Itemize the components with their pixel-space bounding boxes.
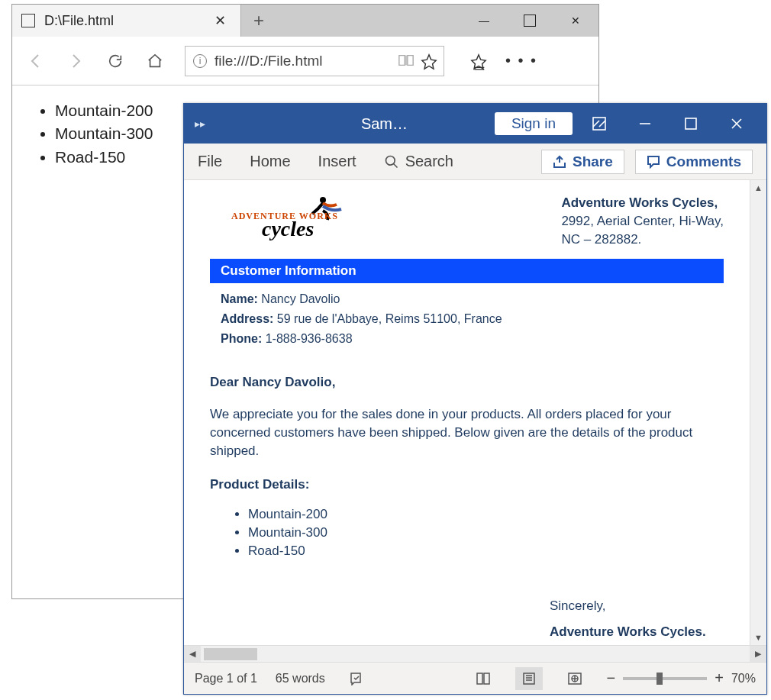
address-label: Address: bbox=[221, 312, 273, 325]
favorites-list-icon[interactable] bbox=[470, 53, 486, 69]
tab-home[interactable]: Home bbox=[250, 153, 290, 170]
close-window-button[interactable]: ✕ bbox=[553, 5, 598, 37]
horizontal-scrollbar[interactable]: ◀ ▶ bbox=[184, 645, 766, 662]
read-mode-button[interactable] bbox=[469, 667, 497, 690]
zoom-controls: − + 70% bbox=[607, 669, 756, 687]
ribbon-display-options-button[interactable] bbox=[580, 108, 618, 139]
scroll-up-button[interactable]: ▲ bbox=[750, 180, 766, 195]
product-item: Road-150 bbox=[248, 544, 724, 559]
company-addr-line: NC – 282882. bbox=[561, 231, 724, 249]
close-window-button[interactable] bbox=[718, 108, 756, 139]
document-page[interactable]: ADVENTURE WORKS cycles Adventure Works C… bbox=[184, 180, 750, 645]
salutation: Dear Nancy Davolio, bbox=[210, 373, 724, 392]
web-layout-button[interactable] bbox=[561, 667, 589, 690]
company-addr-line: 2992, Aerial Center, Hi-Way, bbox=[561, 212, 724, 231]
minimize-button[interactable] bbox=[626, 108, 664, 139]
site-info-icon[interactable]: i bbox=[193, 54, 207, 68]
close-tab-button[interactable]: ✕ bbox=[208, 9, 231, 32]
word-count[interactable]: 65 words bbox=[276, 672, 325, 685]
name-value: Nancy Davolio bbox=[261, 292, 340, 305]
refresh-button[interactable] bbox=[105, 51, 125, 71]
browser-titlebar: D:\File.html ✕ + — ✕ bbox=[12, 5, 598, 37]
customer-address-row: Address: 59 rue de l'Abbaye, Reims 51100… bbox=[221, 312, 724, 326]
share-label: Share bbox=[573, 153, 613, 170]
svg-rect-4 bbox=[524, 673, 534, 684]
letter-body: Dear Nancy Davolio, We appreciate you fo… bbox=[210, 373, 724, 640]
sign-in-button[interactable]: Sign in bbox=[495, 112, 573, 135]
name-label: Name: bbox=[221, 292, 258, 305]
new-tab-button[interactable]: + bbox=[241, 5, 276, 37]
scroll-right-button[interactable]: ▶ bbox=[750, 646, 766, 663]
customer-name-row: Name: Nancy Davolio bbox=[221, 292, 724, 306]
svg-point-2 bbox=[386, 156, 395, 165]
word-window: ▸▸ Sam… Sign in File Home Insert Search … bbox=[183, 103, 767, 695]
document-title: Sam… bbox=[282, 115, 487, 133]
back-button[interactable] bbox=[26, 51, 46, 71]
word-titlebar: ▸▸ Sam… Sign in bbox=[184, 104, 766, 144]
phone-label: Phone: bbox=[221, 332, 262, 345]
logo-text-bottom: cycles bbox=[262, 217, 314, 241]
window-controls: — ✕ bbox=[461, 5, 598, 37]
search-label: Search bbox=[405, 153, 453, 170]
svg-rect-0 bbox=[593, 118, 605, 130]
signature: Adventure Works Cycles. bbox=[550, 624, 724, 640]
share-button[interactable]: Share bbox=[541, 150, 624, 174]
word-body: ADVENTURE WORKS cycles Adventure Works C… bbox=[184, 180, 766, 645]
tab-title: D:\File.html bbox=[44, 13, 199, 29]
product-details-heading: Product Details: bbox=[210, 476, 724, 494]
scroll-track[interactable] bbox=[201, 648, 750, 660]
product-item: Mountain-200 bbox=[248, 507, 724, 522]
letterhead: ADVENTURE WORKS cycles Adventure Works C… bbox=[210, 194, 724, 248]
browser-toolbar: i file:///D:/File.html • • • bbox=[12, 37, 598, 85]
svg-point-3 bbox=[320, 197, 326, 203]
ribbon-bar: File Home Insert Search Share Comments bbox=[184, 144, 766, 180]
letter-paragraph: We appreciate you for the sales done in … bbox=[210, 405, 724, 460]
scroll-left-button[interactable]: ◀ bbox=[184, 646, 201, 663]
search-button[interactable]: Search bbox=[384, 153, 453, 170]
company-logo: ADVENTURE WORKS cycles bbox=[231, 194, 384, 243]
home-button[interactable] bbox=[145, 51, 165, 71]
page-icon bbox=[21, 14, 35, 27]
address-text: file:///D:/File.html bbox=[215, 53, 390, 69]
comments-button[interactable]: Comments bbox=[635, 150, 753, 174]
address-bar[interactable]: i file:///D:/File.html bbox=[185, 46, 444, 76]
closing-word: Sincerely, bbox=[550, 598, 724, 614]
spelling-status-icon[interactable] bbox=[344, 667, 371, 690]
customer-phone-row: Phone: 1-888-936-8638 bbox=[221, 332, 724, 346]
zoom-level[interactable]: 70% bbox=[731, 672, 756, 685]
favorite-icon[interactable] bbox=[421, 53, 436, 69]
forward-button[interactable] bbox=[66, 51, 85, 71]
minimize-button[interactable]: — bbox=[461, 5, 507, 37]
tab-file[interactable]: File bbox=[198, 153, 222, 170]
page-status[interactable]: Page 1 of 1 bbox=[195, 672, 257, 685]
more-actions-button[interactable]: • • • bbox=[505, 52, 537, 69]
vertical-scrollbar[interactable]: ▲ ▼ bbox=[750, 180, 766, 645]
scroll-thumb[interactable] bbox=[204, 648, 257, 660]
tab-insert[interactable]: Insert bbox=[318, 153, 356, 170]
company-address: Adventure Works Cycles, 2992, Aerial Cen… bbox=[561, 194, 724, 248]
maximize-button[interactable] bbox=[672, 108, 710, 139]
zoom-slider-thumb[interactable] bbox=[656, 673, 663, 685]
product-item: Mountain-300 bbox=[248, 525, 724, 540]
print-layout-button[interactable] bbox=[515, 667, 543, 690]
scroll-down-button[interactable]: ▼ bbox=[750, 630, 766, 645]
browser-tab[interactable]: D:\File.html ✕ bbox=[12, 5, 241, 37]
status-bar: Page 1 of 1 65 words − + 70% bbox=[184, 662, 766, 694]
svg-rect-1 bbox=[686, 118, 696, 129]
phone-value: 1-888-936-8638 bbox=[266, 332, 353, 345]
reading-view-icon[interactable] bbox=[398, 53, 413, 69]
ribbon-expand-icon[interactable]: ▸▸ bbox=[195, 118, 205, 130]
closing-block: Sincerely, Adventure Works Cycles. bbox=[550, 598, 724, 640]
comments-label: Comments bbox=[666, 153, 741, 170]
address-value: 59 rue de l'Abbaye, Reims 51100, France bbox=[277, 312, 502, 325]
company-name: Adventure Works Cycles, bbox=[561, 194, 724, 212]
zoom-out-button[interactable]: − bbox=[607, 669, 616, 687]
product-list: Mountain-200 Mountain-300 Road-150 bbox=[248, 507, 724, 559]
zoom-slider[interactable] bbox=[623, 677, 707, 680]
customer-info-heading: Customer Information bbox=[210, 259, 724, 283]
zoom-in-button[interactable]: + bbox=[715, 669, 724, 687]
maximize-button[interactable] bbox=[507, 5, 553, 37]
